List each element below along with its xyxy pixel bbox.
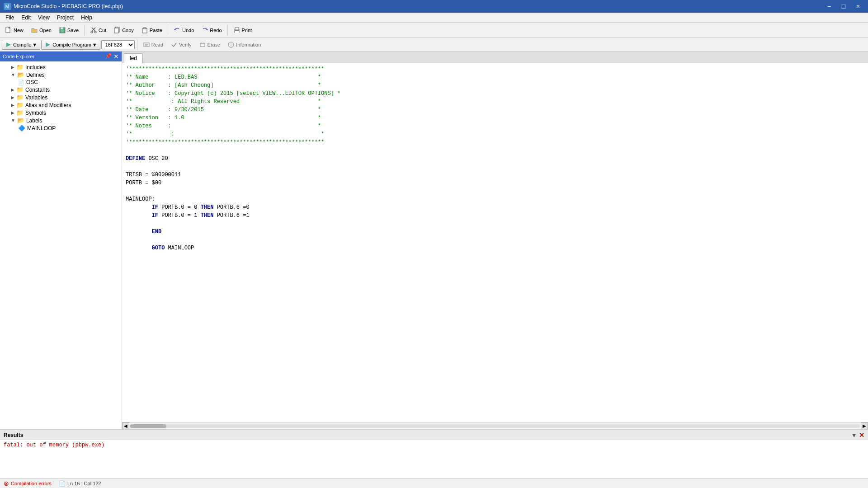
open-button[interactable]: Open	[28, 25, 55, 36]
results-panel: Results ▼ ✕ fatal: out of memory (pbpw.e…	[0, 429, 868, 488]
tree-label-defines: Defines	[26, 72, 45, 78]
compile-program-button[interactable]: Compile Program ▼	[41, 40, 100, 50]
redo-button[interactable]: Redo	[198, 25, 225, 36]
menu-bar: File Edit View Project Help	[0, 13, 868, 23]
results-header: Results ▼ ✕	[0, 430, 868, 440]
code-line-3: '* Author : [Ash Choong] *	[126, 81, 864, 89]
code-editor[interactable]: '***************************************…	[122, 63, 868, 422]
tree-item-osc[interactable]: 📄 OSC	[0, 79, 122, 86]
erase-button[interactable]: Erase	[196, 40, 224, 50]
scroll-thumb[interactable]	[130, 424, 166, 428]
minimize-button[interactable]: −	[823, 0, 835, 13]
erase-icon	[199, 41, 206, 48]
cut-button[interactable]: Cut	[87, 25, 109, 36]
tab-led[interactable]: led	[124, 53, 143, 63]
folder-icon-labels: 📂	[17, 117, 24, 124]
menu-project[interactable]: Project	[53, 14, 77, 22]
compile-program-dropdown-arrow: ▼	[92, 42, 97, 47]
redo-label: Redo	[210, 28, 222, 33]
undo-label: Undo	[182, 28, 194, 33]
compile-label: Compile	[13, 42, 31, 47]
code-line-23: GOTO MAINLOOP	[126, 244, 864, 252]
folder-icon-alias: 📁	[16, 102, 24, 108]
folder-icon-defines: 📂	[17, 71, 24, 78]
horizontal-scrollbar[interactable]: ◀ ▶	[122, 422, 868, 429]
maximize-button[interactable]: □	[837, 0, 850, 13]
results-close-button[interactable]: ✕	[859, 432, 864, 439]
tree-item-symbols[interactable]: ▶ 📁 Symbols	[0, 109, 122, 117]
tree-item-variables[interactable]: ▶ 📁 Variables	[0, 94, 122, 101]
app-icon: M	[4, 3, 11, 10]
tree-label-osc: OSC	[26, 79, 38, 85]
code-line-22	[126, 236, 864, 244]
results-title: Results	[4, 432, 23, 438]
sidebar-close-button[interactable]: ✕	[113, 53, 119, 60]
tree-item-labels[interactable]: ▼ 📂 Labels	[0, 117, 122, 124]
main-area: Code Explorer 📌 ✕ ▶ 📁 Includes ▼ 📂 Defin…	[0, 52, 868, 429]
information-button[interactable]: i Information	[224, 40, 264, 50]
code-line-10: '***************************************…	[126, 138, 864, 146]
error-icon: ⊗	[4, 480, 9, 487]
read-button[interactable]: Read	[140, 40, 166, 50]
tree-item-defines[interactable]: ▼ 📂 Defines	[0, 71, 122, 79]
code-line-1: '***************************************…	[126, 65, 864, 73]
sep3	[227, 25, 228, 36]
svg-rect-17	[235, 28, 239, 30]
sidebar-pin-icon[interactable]: 📌	[105, 53, 112, 60]
scroll-track[interactable]	[130, 424, 860, 428]
code-line-4: '* Notice : Copyright (c) 2015 [select V…	[126, 89, 864, 98]
save-button[interactable]: Save	[56, 25, 82, 36]
menu-help[interactable]: Help	[77, 14, 96, 22]
tree-item-includes[interactable]: ▶ 📁 Includes	[0, 63, 122, 71]
read-label: Read	[151, 42, 163, 47]
code-line-18: IF PORTB.0 = 0 THEN PORTB.6 =0	[126, 203, 864, 211]
verify-button[interactable]: Verify	[167, 40, 195, 50]
code-line-20	[126, 220, 864, 228]
compile-program-icon	[44, 41, 52, 48]
undo-icon	[174, 27, 181, 34]
close-button[interactable]: ×	[852, 0, 864, 13]
code-line-16	[126, 187, 864, 195]
undo-button[interactable]: Undo	[170, 25, 197, 36]
information-icon: i	[227, 41, 235, 48]
chip-selector[interactable]: 16F628 16F877 18F4520 16F84	[101, 40, 135, 49]
tree-label-alias: Alias and Modifiers	[25, 102, 71, 108]
svg-rect-18	[235, 31, 239, 33]
paste-button[interactable]: Paste	[138, 25, 165, 36]
tab-bar: led	[122, 52, 868, 63]
code-line-13	[126, 163, 864, 171]
scroll-right-button[interactable]: ▶	[861, 422, 868, 430]
mainloop-icon: 🔷	[18, 125, 25, 131]
print-button[interactable]: Print	[230, 25, 255, 36]
menu-file[interactable]: File	[2, 14, 18, 22]
new-button[interactable]: New	[2, 25, 27, 36]
code-line-8: '* Notes : *	[126, 122, 864, 130]
svg-rect-24	[200, 43, 205, 47]
folder-icon-includes: 📁	[16, 64, 24, 70]
title-bar-left: M MicroCode Studio - PICBASIC PRO (led.p…	[4, 3, 123, 10]
compile-icon	[5, 41, 12, 48]
document-icon: 📄	[59, 480, 66, 487]
code-line-2: '* Name : LED.BAS *	[126, 73, 864, 81]
cut-icon	[90, 27, 97, 34]
svg-marker-20	[46, 42, 50, 47]
results-controls: ▼ ✕	[851, 432, 864, 439]
tree-item-mainloop[interactable]: 🔷 MAINLOOP	[0, 124, 122, 132]
svg-rect-5	[61, 30, 64, 33]
tree-item-constants[interactable]: ▶ 📁 Constants	[0, 86, 122, 94]
code-line-9: '* : *	[126, 130, 864, 138]
svg-rect-11	[114, 28, 118, 33]
menu-view[interactable]: View	[34, 14, 53, 22]
results-dropdown-button[interactable]: ▼	[851, 432, 857, 439]
compile-toolbar: Compile ▼ Compile Program ▼ 16F628 16F87…	[0, 38, 868, 52]
expand-icon-variables: ▶	[11, 95, 14, 100]
tree-item-alias[interactable]: ▶ 📁 Alias and Modifiers	[0, 101, 122, 109]
status-pos-text: Ln 16 : Col 122	[67, 481, 101, 486]
compile-button[interactable]: Compile ▼	[2, 40, 40, 50]
compilation-status: ⊗ Compilation errors	[4, 480, 52, 487]
read-icon	[143, 41, 150, 48]
copy-button[interactable]: Copy	[110, 25, 137, 36]
menu-edit[interactable]: Edit	[18, 14, 34, 22]
leaf-icon-osc: 📄	[18, 80, 24, 85]
scroll-left-button[interactable]: ◀	[122, 422, 129, 430]
